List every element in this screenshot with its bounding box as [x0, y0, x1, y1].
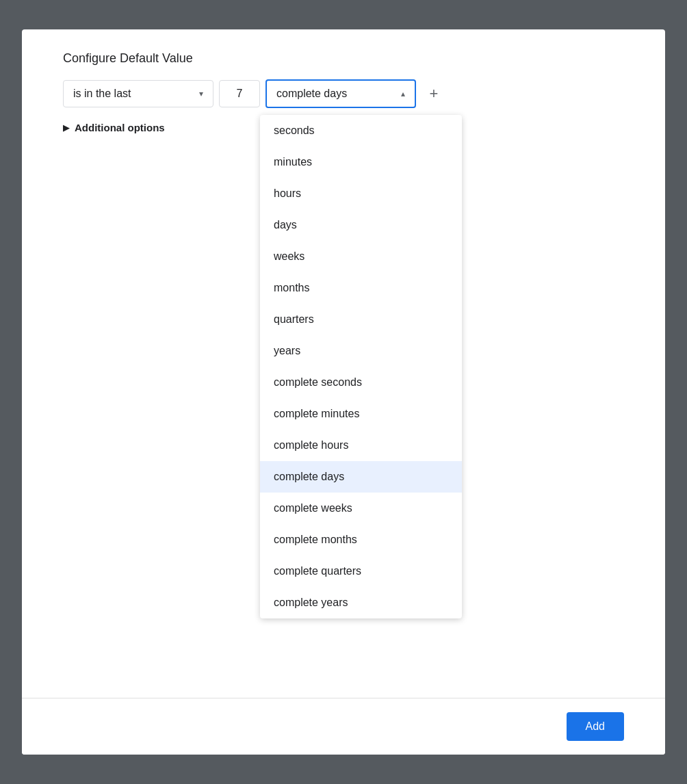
condition-chevron-icon: ▾	[199, 89, 203, 99]
condition-label: is in the last	[73, 88, 131, 100]
dropdown-item-years[interactable]: years	[260, 335, 462, 367]
dropdown-item-complete-weeks[interactable]: complete weeks	[260, 493, 462, 524]
number-input[interactable]	[219, 80, 260, 107]
dropdown-item-complete-hours[interactable]: complete hours	[260, 430, 462, 461]
filter-row: is in the last ▾ complete days ▴ + secon…	[63, 79, 624, 108]
dropdown-item-complete-minutes[interactable]: complete minutes	[260, 398, 462, 430]
unit-dropdown[interactable]: complete days ▴	[265, 79, 416, 108]
dropdown-item-quarters[interactable]: quarters	[260, 304, 462, 335]
add-condition-button[interactable]: +	[422, 81, 446, 106]
condition-dropdown[interactable]: is in the last ▾	[63, 80, 213, 107]
dropdown-item-complete-seconds[interactable]: complete seconds	[260, 367, 462, 398]
dialog-title: Configure Default Value	[63, 51, 624, 66]
dropdown-item-minutes[interactable]: minutes	[260, 146, 462, 178]
add-button[interactable]: Add	[567, 712, 624, 741]
configure-dialog: Configure Default Value is in the last ▾…	[22, 29, 665, 755]
dropdown-item-weeks[interactable]: weeks	[260, 241, 462, 272]
dropdown-item-complete-years[interactable]: complete years	[260, 587, 462, 618]
dropdown-item-complete-quarters[interactable]: complete quarters	[260, 556, 462, 587]
dropdown-item-complete-months[interactable]: complete months	[260, 524, 462, 556]
unit-chevron-up-icon: ▴	[401, 89, 405, 99]
dropdown-item-complete-days[interactable]: complete days	[260, 461, 462, 493]
additional-options-arrow-icon: ▶	[63, 123, 69, 133]
dropdown-item-days[interactable]: days	[260, 209, 462, 241]
unit-dropdown-list: secondsminuteshoursdaysweeksmonthsquarte…	[260, 115, 462, 618]
unit-label: complete days	[276, 88, 347, 100]
dropdown-item-months[interactable]: months	[260, 272, 462, 304]
additional-options-label: Additional options	[75, 122, 165, 133]
dialog-footer: Add	[22, 698, 665, 755]
dropdown-item-seconds[interactable]: seconds	[260, 115, 462, 146]
dropdown-item-hours[interactable]: hours	[260, 178, 462, 209]
